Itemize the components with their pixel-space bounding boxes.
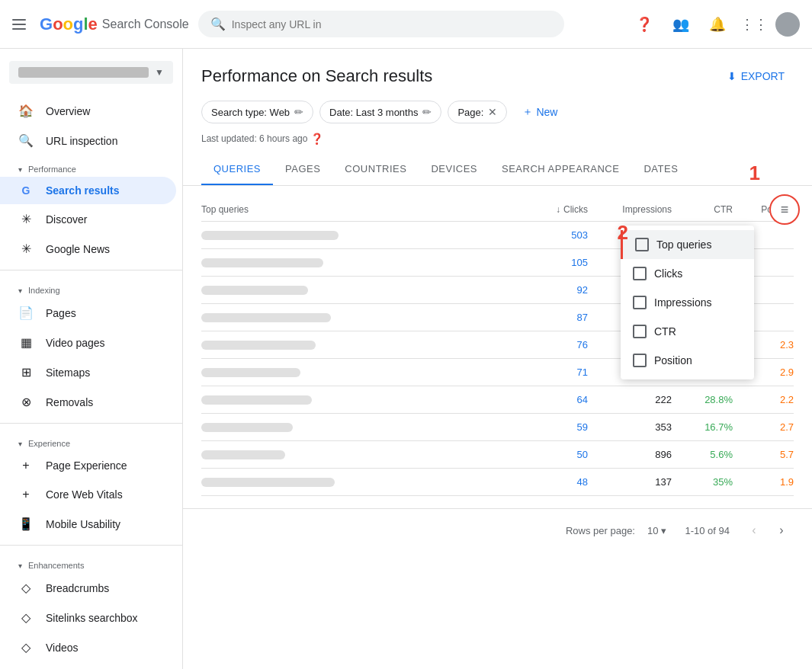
tab-search-appearance[interactable]: SEARCH APPEARANCE	[489, 154, 631, 185]
close-icon[interactable]: ✕	[488, 106, 497, 118]
checkbox-top-queries[interactable]	[635, 238, 649, 251]
apps-icon[interactable]: ⋮⋮	[739, 9, 769, 40]
sidebar-item-label: Mobile Usability	[46, 518, 120, 530]
prev-page-button[interactable]: ‹	[742, 518, 766, 543]
table-row[interactable]: 50 896 5.6% 5.7	[201, 441, 794, 469]
dropdown-item-top-queries[interactable]: Top queries	[621, 230, 754, 259]
divider	[0, 270, 182, 270]
mobile-icon: 📱	[18, 517, 34, 531]
row-query	[201, 450, 512, 459]
row-position: 5.7	[733, 449, 794, 460]
table-row[interactable]: 48 137 35% 1.9	[201, 469, 794, 496]
sidebar-item-label: Sitemaps	[46, 367, 90, 379]
row-query	[201, 368, 512, 377]
home-icon: 🏠	[18, 104, 34, 118]
tab-pages[interactable]: PAGES	[273, 154, 332, 185]
sidebar-section-performance[interactable]: ▾ Performance	[0, 155, 182, 177]
tab-dates[interactable]: DATES	[631, 154, 690, 185]
checkbox-position[interactable]	[633, 354, 647, 367]
search-icon: 🔍	[210, 17, 226, 31]
row-impressions: 222	[588, 394, 672, 405]
dropdown-item-impressions[interactable]: Impressions	[621, 288, 754, 317]
row-impressions: 353	[588, 421, 672, 433]
notifications-icon[interactable]: 🔔	[702, 9, 733, 40]
search-type-filter[interactable]: Search type: Web ✏	[201, 101, 313, 123]
tab-countries[interactable]: COUNTRIES	[332, 154, 419, 185]
row-query	[201, 313, 512, 322]
table-row[interactable]: 59 353 16.7% 2.7	[201, 414, 794, 441]
avatar[interactable]	[775, 12, 800, 37]
searchbox-icon: ◇	[18, 610, 34, 625]
new-filter-button[interactable]: ＋ New	[513, 101, 566, 123]
sidebar-item-search-results[interactable]: G Search results	[0, 177, 176, 204]
sidebar-item-pages[interactable]: 📄 Pages	[0, 298, 176, 328]
menu-icon[interactable]	[12, 15, 30, 34]
sidebar-item-discover[interactable]: ✳ Discover	[0, 204, 176, 234]
people-icon[interactable]: 👥	[666, 9, 696, 40]
sidebar-item-google-news[interactable]: ✳ Google News	[0, 234, 176, 264]
new-label: New	[536, 106, 557, 118]
sidebar-item-label: Videos	[46, 642, 79, 654]
dropdown-item-clicks[interactable]: Clicks	[621, 259, 754, 288]
sidebar-item-video-pages[interactable]: ▦ Video pages	[0, 328, 176, 357]
edit-icon[interactable]: ✏	[294, 106, 303, 118]
edit-icon[interactable]: ✏	[422, 106, 432, 118]
sidebar-item-sitelinks-searchbox[interactable]: ◇ Sitelinks searchbox	[0, 603, 176, 632]
filter-label: Page:	[457, 107, 483, 118]
filter-columns-button[interactable]: ≡	[769, 194, 800, 225]
tab-devices[interactable]: DEVICES	[419, 154, 489, 185]
sidebar-section-indexing[interactable]: ▾ Indexing	[0, 277, 182, 298]
row-query	[201, 286, 512, 295]
search-bar[interactable]: 🔍	[198, 11, 564, 37]
dropdown-label: Clicks	[654, 267, 682, 280]
sidebar-item-overview[interactable]: 🏠 Overview	[0, 96, 176, 126]
sidebar-item-mobile-usability[interactable]: 📱 Mobile Usability	[0, 509, 176, 539]
sidebar-item-sitemaps[interactable]: ⊞ Sitemaps	[0, 357, 176, 387]
breadcrumbs-icon: ◇	[18, 581, 34, 595]
col-header-query: Top queries	[201, 204, 512, 215]
page-title: Performance on Search results	[201, 66, 432, 86]
checkbox-ctr[interactable]	[633, 325, 647, 338]
row-clicks: 105	[512, 257, 588, 268]
sidebar-section-experience[interactable]: ▾ Experience	[0, 430, 182, 451]
sidebar-item-core-web-vitals[interactable]: + Core Web Vitals	[0, 480, 176, 509]
search-input[interactable]	[232, 18, 552, 30]
export-button[interactable]: ⬇ EXPORT	[718, 64, 794, 88]
row-clicks: 92	[512, 284, 588, 296]
checkbox-impressions[interactable]	[633, 296, 647, 309]
dropdown-item-position[interactable]: Position	[621, 346, 754, 375]
tab-queries[interactable]: QUERIES	[201, 154, 273, 185]
row-query	[201, 258, 512, 267]
next-page-button[interactable]: ›	[769, 518, 794, 543]
sidebar-item-label: Pages	[46, 307, 76, 319]
section-label: Enhancements	[28, 561, 84, 570]
row-clicks: 59	[512, 421, 588, 433]
table-row[interactable]: 64 222 28.8% 2.2	[201, 386, 794, 414]
help-icon[interactable]: ❓	[310, 133, 323, 145]
date-filter[interactable]: Date: Last 3 months ✏	[319, 101, 441, 123]
rows-select[interactable]: 10 ▾	[641, 522, 672, 539]
sidebar-section-enhancements[interactable]: ▾ Enhancements	[0, 552, 182, 573]
property-selector[interactable]: ▼	[9, 61, 173, 84]
page-filter[interactable]: Page: ✕	[448, 101, 507, 123]
sidebar-item-page-experience[interactable]: + Page Experience	[0, 451, 176, 480]
sort-down-icon: ↓	[556, 204, 560, 215]
chevron-down-icon: ▾	[18, 286, 22, 295]
row-clicks: 48	[512, 476, 588, 488]
chevron-down-icon: ▾	[661, 525, 666, 536]
sidebar-item-videos[interactable]: ◇ Videos	[0, 632, 176, 662]
filter-label: Date: Last 3 months	[329, 107, 418, 118]
sidebar-item-removals[interactable]: ⊗ Removals	[0, 387, 176, 417]
col-header-clicks: ↓ Clicks	[512, 204, 588, 215]
sidebar-item-breadcrumbs[interactable]: ◇ Breadcrumbs	[0, 573, 176, 603]
page-info: 1-10 of 94	[685, 525, 730, 536]
help-icon[interactable]: ❓	[629, 9, 660, 40]
dropdown-item-ctr[interactable]: CTR	[621, 317, 754, 346]
topbar: Google Search Console 🔍 ❓ 👥 🔔 ⋮⋮	[0, 0, 812, 49]
checkbox-clicks[interactable]	[633, 267, 647, 280]
sidebar-item-label: Breadcrumbs	[46, 582, 109, 594]
google-g-icon: G	[18, 184, 34, 197]
section-label: Performance	[28, 165, 76, 174]
sidebar-item-url-inspection[interactable]: 🔍 URL inspection	[0, 126, 176, 155]
sidebar-item-label: Search results	[46, 184, 120, 197]
